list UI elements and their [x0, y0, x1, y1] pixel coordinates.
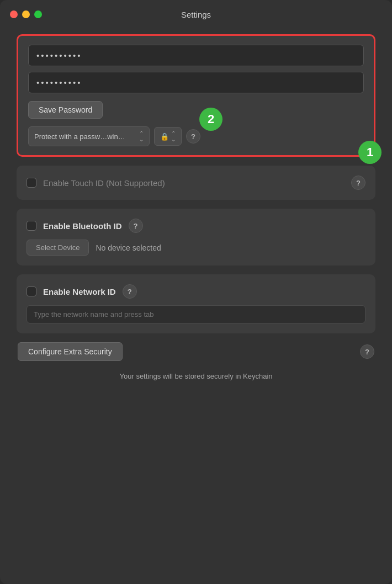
bluetooth-label: Enable Bluetooth ID — [43, 221, 122, 231]
titlebar: Settings — [0, 0, 392, 29]
close-button[interactable] — [10, 10, 18, 18]
select-device-button[interactable]: Select Device — [27, 240, 89, 256]
touch-id-section: Enable Touch ID (Not Supported) ? — [17, 166, 375, 200]
protect-dropdown-row: Protect with a passw…win… ⌃⌄ 🔒 ⌃⌄ ? — [28, 126, 364, 146]
password-section: Save Password 2 Protect with a passw…win… — [17, 34, 375, 157]
minimize-button[interactable] — [22, 10, 30, 18]
network-help-button[interactable]: ? — [123, 284, 137, 299]
network-checkbox[interactable] — [27, 286, 36, 296]
traffic-lights — [10, 10, 42, 18]
main-content: Save Password 2 Protect with a passw…win… — [0, 29, 392, 584]
network-label: Enable Network ID — [43, 287, 116, 296]
bluetooth-header: Enable Bluetooth ID ? — [27, 219, 365, 233]
protect-dropdown[interactable]: Protect with a passw…win… ⌃⌄ — [28, 126, 150, 146]
password-input-2[interactable] — [28, 72, 364, 93]
save-password-row: Save Password 2 — [28, 101, 364, 119]
network-input[interactable] — [27, 305, 365, 323]
settings-window: Settings Save Password 2 Protect with a … — [0, 0, 392, 584]
dropdown-arrow-icon: ⌃⌄ — [139, 130, 144, 142]
extra-security-row: Configure Extra Security ? — [17, 342, 375, 361]
touch-id-help-button[interactable]: ? — [351, 176, 365, 190]
badge-1: 1 — [358, 141, 382, 164]
configure-extra-security-button[interactable]: Configure Extra Security — [18, 342, 123, 361]
footer-text: Your settings will be stored securely in… — [17, 372, 375, 380]
bluetooth-checkbox[interactable] — [27, 221, 36, 231]
lock-dropdown-button[interactable]: 🔒 ⌃⌄ — [154, 127, 182, 146]
no-device-text: No device selected — [96, 243, 161, 252]
bluetooth-help-button[interactable]: ? — [129, 219, 143, 233]
badge-2: 2 — [199, 108, 223, 131]
save-password-button[interactable]: Save Password — [28, 101, 103, 119]
maximize-button[interactable] — [34, 10, 42, 18]
password-input-1[interactable] — [28, 45, 364, 66]
touch-id-checkbox[interactable] — [27, 178, 36, 188]
network-section: Enable Network ID ? — [17, 274, 375, 333]
lock-icon: 🔒 — [160, 132, 169, 141]
bluetooth-controls: Select Device No device selected — [27, 240, 365, 256]
window-title: Settings — [181, 10, 211, 19]
touch-id-label: Enable Touch ID (Not Supported) — [43, 178, 345, 188]
password-fields — [28, 45, 364, 93]
extra-security-help-button[interactable]: ? — [360, 344, 374, 359]
protect-help-button[interactable]: ? — [186, 129, 200, 144]
bluetooth-section: Enable Bluetooth ID ? Select Device No d… — [17, 209, 375, 266]
lock-arrow-icon: ⌃⌄ — [171, 130, 176, 142]
network-header: Enable Network ID ? — [27, 284, 365, 299]
